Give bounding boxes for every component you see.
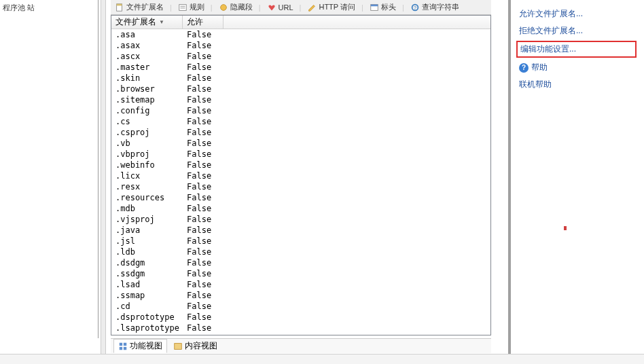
list-row[interactable]: .vbprojFalse [111, 149, 490, 160]
tab-content-view[interactable]: 内容视图 [168, 339, 222, 353]
cell-allow: False [183, 258, 211, 268]
cell-allow: False [183, 204, 211, 213]
cell-extension: .vjsproj [111, 215, 183, 224]
cell-extension: .resx [111, 182, 183, 192]
action-allow-extension[interactable]: 允许文件扩展名... [518, 5, 635, 22]
svg-rect-1 [117, 3, 122, 5]
toolbar-item-query[interactable]: ? 查询字符串 [406, 2, 463, 12]
cell-extension: .vbproj [111, 149, 183, 159]
list-row[interactable]: .lsadFalse [111, 279, 490, 290]
cell-allow: False [183, 302, 211, 311]
list-row[interactable]: .resxFalse [111, 181, 490, 192]
action-label: 帮助 [531, 62, 548, 73]
extension-list: 文件扩展名 ▼ 允许 .asaFalse.asaxFalse.ascxFalse… [111, 15, 491, 335]
svg-rect-12 [120, 346, 122, 349]
cell-allow: False [183, 193, 211, 202]
svg-point-5 [220, 4, 226, 10]
cell-allow: False [183, 128, 211, 137]
list-row[interactable]: .licxFalse [111, 170, 490, 181]
header-extension[interactable]: 文件扩展名 ▼ [111, 16, 183, 29]
file-icon [115, 3, 124, 12]
sort-arrow-icon: ▼ [159, 19, 164, 25]
list-row[interactable]: .javaFalse [111, 225, 490, 236]
list-row[interactable]: .vbFalse [111, 138, 490, 149]
cell-extension: .asax [111, 41, 183, 50]
cell-extension: .mdb [111, 204, 183, 213]
toolbar-separator: | [257, 3, 263, 12]
splitter[interactable] [101, 0, 106, 354]
cell-extension: .webinfo [111, 160, 183, 170]
list-row[interactable]: .csFalse [111, 116, 490, 127]
cell-allow: False [183, 236, 211, 246]
list-row[interactable]: .masterFalse [111, 62, 490, 73]
toolbar-item-http[interactable]: HTTP 请问 [303, 2, 359, 12]
toolbar-item-rules[interactable]: 规则 [174, 2, 209, 12]
action-edit-settings[interactable]: 编辑功能设置... [516, 41, 637, 58]
list-row[interactable]: .asaFalse [111, 29, 490, 40]
cell-allow: False [183, 225, 211, 235]
cell-extension: .ldb [111, 247, 183, 257]
list-row[interactable]: .asaxFalse [111, 40, 490, 51]
toolbar-separator: | [359, 3, 365, 12]
list-row[interactable]: .lsaprototypeFalse [111, 323, 490, 333]
cell-allow: False [183, 106, 211, 115]
rules-icon [178, 3, 187, 12]
left-tree-panel: 程序池 站 [0, 0, 99, 338]
list-row[interactable]: .sitemapFalse [111, 94, 490, 105]
toolbar-label: HTTP 请问 [319, 2, 355, 12]
cell-extension: .asa [111, 30, 183, 39]
cell-extension: .java [111, 225, 183, 235]
list-row[interactable]: .cdFalse [111, 301, 490, 312]
list-row[interactable]: .configFalse [111, 105, 490, 116]
cell-allow: False [183, 171, 211, 181]
toolbar-item-fileext[interactable]: 文件扩展名 [111, 2, 168, 12]
toolbar-label: 标头 [381, 2, 396, 12]
action-help[interactable]: ? 帮助 [518, 59, 635, 76]
toolbar-item-hidden[interactable]: 隐藏段 [215, 2, 257, 12]
svg-rect-14 [175, 343, 182, 349]
list-body[interactable]: .asaFalse.asaxFalse.ascxFalse.masterFals… [111, 29, 490, 335]
list-row[interactable]: .webinfoFalse [111, 160, 490, 170]
status-bar [0, 354, 644, 364]
cell-allow: False [183, 160, 211, 170]
toolbar-item-url[interactable]: URL [263, 3, 298, 12]
tab-features-view[interactable]: 功能视图 [113, 339, 167, 353]
cell-allow: False [183, 323, 211, 333]
list-row[interactable]: .csprojFalse [111, 127, 490, 138]
list-row[interactable]: .jslFalse [111, 236, 490, 247]
cell-extension: .dsdgm [111, 258, 183, 268]
list-row[interactable]: .ascxFalse [111, 51, 490, 62]
red-marker [564, 226, 567, 230]
toolbar-item-header[interactable]: 标头 [365, 2, 400, 12]
toolbar-label: 规则 [190, 2, 204, 12]
tab-label: 内容视图 [185, 340, 217, 352]
toolbar-separator: | [400, 3, 406, 12]
header-label: 文件扩展名 [115, 16, 156, 28]
list-row[interactable]: .skinFalse [111, 73, 490, 84]
cell-allow: False [183, 95, 211, 105]
svg-rect-7 [371, 4, 378, 6]
cell-extension: .licx [111, 171, 183, 181]
action-online-help[interactable]: 联机帮助 [518, 76, 635, 93]
cell-allow: False [183, 291, 211, 300]
list-row[interactable]: .resourcesFalse [111, 192, 490, 203]
cell-extension: .ssdgm [111, 269, 183, 278]
list-row[interactable]: .dsprototypeFalse [111, 312, 490, 323]
list-row[interactable]: .ssmapFalse [111, 290, 490, 301]
cell-extension: .vb [111, 139, 183, 148]
list-row[interactable]: .ssdgmFalse [111, 268, 490, 279]
cell-extension: .sitemap [111, 95, 183, 105]
list-row[interactable]: .dsdgmFalse [111, 257, 490, 268]
list-row[interactable]: .vjsprojFalse [111, 214, 490, 225]
list-row[interactable]: .ldbFalse [111, 247, 490, 257]
cell-allow: False [183, 182, 211, 192]
cell-extension: .dsprototype [111, 312, 183, 322]
header-allow[interactable]: 允许 [183, 16, 223, 29]
cell-extension: .lsad [111, 280, 183, 289]
cell-extension: .jsl [111, 236, 183, 246]
cell-allow: False [183, 269, 211, 278]
header-icon [370, 3, 379, 12]
action-deny-extension[interactable]: 拒绝文件扩展名... [518, 22, 635, 39]
list-row[interactable]: .mdbFalse [111, 203, 490, 214]
list-row[interactable]: .browserFalse [111, 84, 490, 94]
